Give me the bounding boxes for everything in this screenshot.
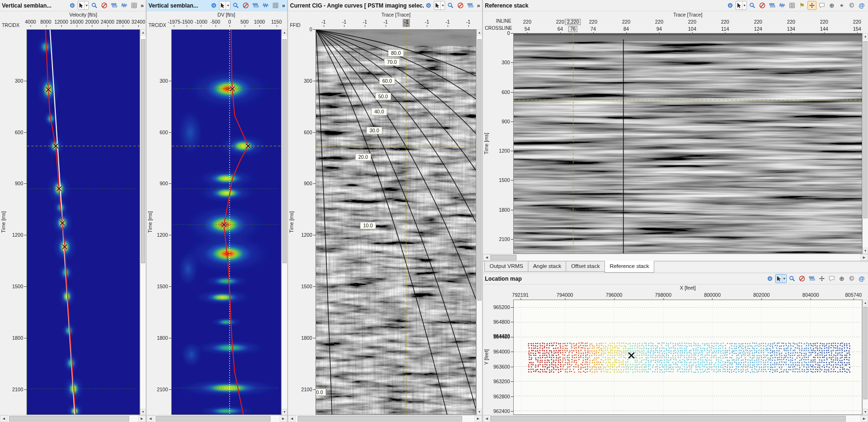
- scroll-track[interactable]: [863, 306, 868, 409]
- layers-button[interactable]: [251, 1, 260, 10]
- tab-reference-stack[interactable]: Reference stack: [605, 261, 654, 273]
- scroll-left-button[interactable]: ◀: [288, 415, 296, 422]
- scroll-down-button[interactable]: ▼: [863, 248, 868, 254]
- scroll-thumb[interactable]: [863, 41, 868, 218]
- stack-section-canvas[interactable]: [513, 33, 862, 254]
- layers-button[interactable]: [807, 274, 816, 283]
- cursor-tool-button[interactable]: ▾: [219, 1, 230, 10]
- scroll-track[interactable]: [491, 415, 860, 422]
- vertical-scrollbar[interactable]: ▲ ▼: [140, 29, 146, 415]
- zoom-button[interactable]: [90, 1, 99, 10]
- scroll-down-button[interactable]: ▼: [140, 409, 146, 415]
- scroll-down-button[interactable]: ▼: [863, 409, 868, 415]
- cursor-tool-button[interactable]: ▾: [775, 274, 787, 283]
- at-icon[interactable]: @: [857, 1, 866, 10]
- vertical-scrollbar[interactable]: ▲ ▼: [476, 29, 482, 415]
- gear-icon[interactable]: ⚙: [68, 1, 77, 10]
- semblance-velocity-canvas[interactable]: [26, 29, 140, 415]
- grid-display-button[interactable]: [788, 1, 797, 10]
- no-pick-button[interactable]: [456, 1, 465, 10]
- horizontal-scrollbar[interactable]: ◀ ▶: [0, 415, 146, 422]
- no-pick-button[interactable]: [798, 274, 807, 283]
- scroll-down-button[interactable]: ▼: [282, 409, 287, 415]
- vertical-scrollbar[interactable]: ▲ ▼: [862, 300, 868, 415]
- chevron-down-icon[interactable]: ▾: [226, 1, 230, 9]
- toolbar-overflow-chevrons[interactable]: »: [140, 2, 144, 9]
- scroll-track[interactable]: [8, 415, 138, 422]
- comment-button[interactable]: [827, 274, 836, 283]
- tab-angle-stack[interactable]: Angle stack: [528, 261, 566, 272]
- toolbar-overflow-chevrons[interactable]: »: [477, 2, 480, 9]
- vertical-scrollbar[interactable]: ▲ ▼: [862, 33, 868, 254]
- scroll-up-button[interactable]: ▲: [477, 29, 482, 35]
- chevron-down-icon[interactable]: ▾: [782, 275, 786, 283]
- scroll-left-button[interactable]: ◀: [0, 415, 8, 422]
- scroll-thumb[interactable]: [298, 416, 462, 422]
- layers-button[interactable]: [768, 1, 777, 10]
- target-icon[interactable]: ⊕: [837, 274, 846, 283]
- wiggle-display-button[interactable]: [778, 1, 787, 10]
- chevron-down-icon[interactable]: ▾: [84, 1, 88, 9]
- tab-offset-stack[interactable]: Offset stack: [566, 261, 605, 272]
- scroll-up-button[interactable]: ▲: [863, 300, 868, 306]
- gear-icon[interactable]: ⚙: [209, 1, 218, 10]
- scroll-left-button[interactable]: ◀: [147, 415, 154, 422]
- cursor-tool-button[interactable]: ▾: [736, 1, 747, 10]
- cursor-tool-button[interactable]: ▾: [78, 1, 89, 10]
- grid-display-button[interactable]: [130, 1, 139, 10]
- grid-display-button[interactable]: [271, 1, 280, 10]
- scroll-thumb[interactable]: [9, 416, 129, 422]
- zoom-button[interactable]: [446, 1, 455, 10]
- scroll-down-button[interactable]: ▼: [477, 409, 482, 415]
- scroll-track[interactable]: [154, 415, 280, 422]
- scroll-thumb[interactable]: [477, 39, 482, 301]
- layers-button[interactable]: [110, 1, 119, 10]
- scroll-up-button[interactable]: ▲: [140, 29, 146, 35]
- scroll-right-button[interactable]: ▶: [280, 415, 287, 422]
- chevron-down-icon[interactable]: ▾: [742, 1, 746, 9]
- target-icon[interactable]: ⊕: [827, 1, 836, 10]
- scroll-track[interactable]: [863, 39, 868, 248]
- scroll-left-button[interactable]: ◀: [483, 415, 491, 422]
- scroll-track[interactable]: [491, 254, 860, 261]
- flag-icon[interactable]: ⚑: [798, 1, 807, 10]
- toolbar-overflow-chevrons[interactable]: »: [282, 2, 285, 9]
- scroll-track[interactable]: [140, 35, 146, 409]
- cursor-tool-button[interactable]: ▾: [434, 1, 445, 10]
- scroll-thumb[interactable]: [141, 39, 145, 263]
- vertical-scrollbar[interactable]: ▲ ▼: [281, 29, 287, 415]
- pan-crosshair-button[interactable]: [807, 1, 816, 10]
- scroll-right-button[interactable]: ▶: [860, 415, 868, 422]
- copyright-icon[interactable]: ©: [847, 1, 856, 10]
- scroll-up-button[interactable]: ▲: [863, 33, 868, 39]
- horizontal-scrollbar[interactable]: ◀ ▶: [147, 415, 287, 422]
- chevron-down-icon[interactable]: ▾: [440, 1, 445, 9]
- gear-icon[interactable]: ⚙: [424, 1, 433, 10]
- scroll-right-button[interactable]: ▶: [860, 254, 868, 261]
- comment-button[interactable]: [817, 1, 826, 10]
- gear-icon[interactable]: ⚙: [726, 1, 735, 10]
- scroll-right-button[interactable]: ▶: [138, 415, 146, 422]
- at-icon[interactable]: @: [857, 274, 866, 283]
- no-pick-button[interactable]: [758, 1, 767, 10]
- copyright-icon[interactable]: ©: [847, 274, 856, 283]
- scroll-thumb[interactable]: [282, 39, 287, 263]
- scroll-track[interactable]: [477, 35, 482, 409]
- scroll-thumb[interactable]: [863, 307, 868, 399]
- scroll-thumb[interactable]: [491, 255, 517, 260]
- scroll-right-button[interactable]: ▶: [474, 415, 482, 422]
- scroll-left-button[interactable]: ◀: [483, 254, 491, 261]
- zoom-button[interactable]: [231, 1, 240, 10]
- position-indicator-icon[interactable]: ⌖: [837, 1, 846, 10]
- scroll-up-button[interactable]: ▲: [282, 29, 287, 35]
- scroll-track[interactable]: [296, 415, 474, 422]
- gear-icon[interactable]: ⚙: [765, 274, 774, 283]
- horizontal-scrollbar[interactable]: ◀ ▶: [483, 254, 868, 261]
- wiggle-display-button[interactable]: [120, 1, 129, 10]
- scroll-thumb[interactable]: [156, 416, 271, 422]
- cig-gather-canvas[interactable]: 80.070.060.050.040.030.020.010.00.0: [316, 29, 476, 415]
- no-pick-button[interactable]: [241, 1, 250, 10]
- horizontal-scrollbar[interactable]: ◀ ▶: [483, 415, 868, 422]
- location-map-canvas[interactable]: [513, 300, 862, 415]
- zoom-button[interactable]: [748, 1, 757, 10]
